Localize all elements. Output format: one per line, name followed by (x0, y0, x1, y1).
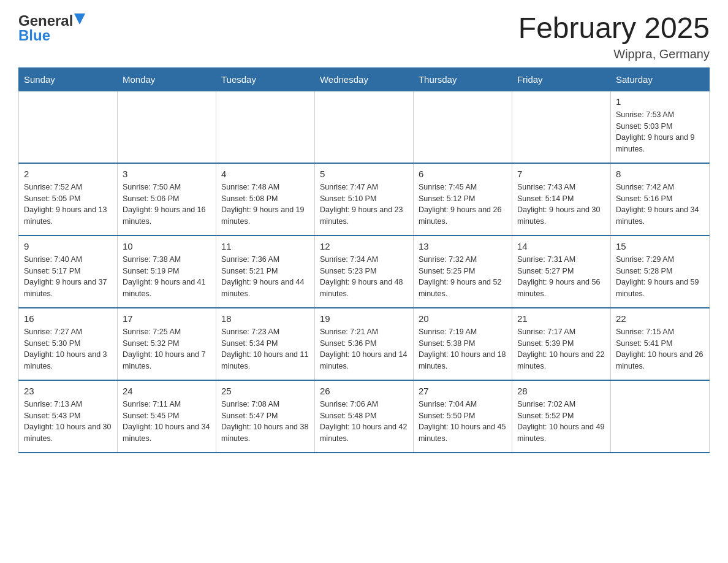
calendar-day: 22Sunrise: 7:15 AMSunset: 5:41 PMDayligh… (610, 308, 709, 380)
day-number: 22 (616, 313, 704, 324)
calendar-day: 6Sunrise: 7:45 AMSunset: 5:12 PMDaylight… (413, 163, 512, 236)
day-info: Sunrise: 7:17 AMSunset: 5:39 PMDaylight:… (517, 326, 605, 372)
col-tuesday: Tuesday (216, 67, 314, 91)
calendar-day: 3Sunrise: 7:50 AMSunset: 5:06 PMDaylight… (117, 163, 216, 236)
calendar-week-3: 9Sunrise: 7:40 AMSunset: 5:17 PMDaylight… (19, 236, 710, 308)
col-sunday: Sunday (19, 67, 118, 91)
calendar-day: 15Sunrise: 7:29 AMSunset: 5:28 PMDayligh… (610, 236, 709, 308)
calendar-day: 27Sunrise: 7:04 AMSunset: 5:50 PMDayligh… (413, 380, 512, 453)
calendar-day: 21Sunrise: 7:17 AMSunset: 5:39 PMDayligh… (512, 308, 610, 380)
calendar-day: 10Sunrise: 7:38 AMSunset: 5:19 PMDayligh… (117, 236, 216, 308)
calendar-day: 13Sunrise: 7:32 AMSunset: 5:25 PMDayligh… (413, 236, 512, 308)
calendar-day: 28Sunrise: 7:02 AMSunset: 5:52 PMDayligh… (512, 380, 610, 453)
col-saturday: Saturday (610, 67, 709, 91)
calendar-day (117, 91, 216, 163)
day-info: Sunrise: 7:36 AMSunset: 5:21 PMDaylight:… (221, 254, 309, 300)
day-info: Sunrise: 7:32 AMSunset: 5:25 PMDaylight:… (419, 254, 507, 300)
calendar-day (216, 91, 314, 163)
calendar-day (19, 91, 118, 163)
logo-blue-text: Blue (18, 27, 50, 44)
day-number: 9 (24, 241, 112, 251)
day-number: 25 (221, 386, 309, 396)
day-info: Sunrise: 7:04 AMSunset: 5:50 PMDaylight:… (419, 399, 507, 445)
day-info: Sunrise: 7:15 AMSunset: 5:41 PMDaylight:… (616, 326, 704, 372)
calendar-day: 18Sunrise: 7:23 AMSunset: 5:34 PMDayligh… (216, 308, 314, 380)
day-info: Sunrise: 7:23 AMSunset: 5:34 PMDaylight:… (221, 326, 309, 372)
calendar-day: 20Sunrise: 7:19 AMSunset: 5:38 PMDayligh… (413, 308, 512, 380)
calendar-day (610, 380, 709, 453)
col-thursday: Thursday (413, 67, 512, 91)
day-info: Sunrise: 7:38 AMSunset: 5:19 PMDaylight:… (123, 254, 211, 300)
day-number: 21 (517, 313, 605, 324)
day-number: 4 (221, 169, 309, 179)
calendar-header-row: Sunday Monday Tuesday Wednesday Thursday… (19, 67, 710, 91)
day-number: 3 (123, 169, 211, 179)
calendar-table: Sunday Monday Tuesday Wednesday Thursday… (18, 67, 710, 453)
day-number: 7 (517, 169, 605, 179)
day-info: Sunrise: 7:06 AMSunset: 5:48 PMDaylight:… (320, 399, 408, 445)
calendar-title: February 2025 (518, 12, 710, 45)
day-info: Sunrise: 7:27 AMSunset: 5:30 PMDaylight:… (24, 326, 112, 372)
calendar-day: 16Sunrise: 7:27 AMSunset: 5:30 PMDayligh… (19, 308, 118, 380)
calendar-day: 14Sunrise: 7:31 AMSunset: 5:27 PMDayligh… (512, 236, 610, 308)
day-number: 13 (419, 241, 507, 251)
day-info: Sunrise: 7:48 AMSunset: 5:08 PMDaylight:… (221, 182, 309, 228)
day-number: 15 (616, 241, 704, 251)
day-info: Sunrise: 7:42 AMSunset: 5:16 PMDaylight:… (616, 182, 704, 228)
day-number: 23 (24, 386, 112, 396)
calendar-day (314, 91, 413, 163)
day-number: 6 (419, 169, 507, 179)
day-number: 24 (123, 386, 211, 396)
day-info: Sunrise: 7:53 AMSunset: 5:03 PMDaylight:… (616, 109, 704, 155)
day-info: Sunrise: 7:19 AMSunset: 5:38 PMDaylight:… (419, 326, 507, 372)
calendar-subtitle: Wippra, Germany (518, 47, 710, 61)
day-number: 11 (221, 241, 309, 251)
day-number: 5 (320, 169, 408, 179)
calendar-day: 7Sunrise: 7:43 AMSunset: 5:14 PMDaylight… (512, 163, 610, 236)
calendar-week-4: 16Sunrise: 7:27 AMSunset: 5:30 PMDayligh… (19, 308, 710, 380)
day-number: 8 (616, 169, 704, 179)
day-number: 16 (24, 313, 112, 324)
day-info: Sunrise: 7:40 AMSunset: 5:17 PMDaylight:… (24, 254, 112, 300)
day-info: Sunrise: 7:47 AMSunset: 5:10 PMDaylight:… (320, 182, 408, 228)
day-number: 20 (419, 313, 507, 324)
calendar-day: 17Sunrise: 7:25 AMSunset: 5:32 PMDayligh… (117, 308, 216, 380)
day-info: Sunrise: 7:02 AMSunset: 5:52 PMDaylight:… (517, 399, 605, 445)
calendar-day: 4Sunrise: 7:48 AMSunset: 5:08 PMDaylight… (216, 163, 314, 236)
day-number: 27 (419, 386, 507, 396)
calendar-day (512, 91, 610, 163)
day-number: 26 (320, 386, 408, 396)
day-info: Sunrise: 7:34 AMSunset: 5:23 PMDaylight:… (320, 254, 408, 300)
svg-marker-0 (74, 13, 85, 25)
logo-triangle-icon (74, 13, 85, 25)
calendar-week-2: 2Sunrise: 7:52 AMSunset: 5:05 PMDaylight… (19, 163, 710, 236)
day-info: Sunrise: 7:25 AMSunset: 5:32 PMDaylight:… (123, 326, 211, 372)
logo: General Blue (18, 12, 85, 44)
day-info: Sunrise: 7:43 AMSunset: 5:14 PMDaylight:… (517, 182, 605, 228)
day-info: Sunrise: 7:45 AMSunset: 5:12 PMDaylight:… (419, 182, 507, 228)
day-info: Sunrise: 7:08 AMSunset: 5:47 PMDaylight:… (221, 399, 309, 445)
day-info: Sunrise: 7:52 AMSunset: 5:05 PMDaylight:… (24, 182, 112, 228)
day-number: 1 (616, 96, 704, 107)
col-monday: Monday (117, 67, 216, 91)
day-number: 10 (123, 241, 211, 251)
day-number: 14 (517, 241, 605, 251)
title-block: February 2025 Wippra, Germany (518, 12, 710, 61)
page-header: General Blue February 2025 Wippra, Germa… (18, 12, 710, 61)
calendar-day: 12Sunrise: 7:34 AMSunset: 5:23 PMDayligh… (314, 236, 413, 308)
day-number: 17 (123, 313, 211, 324)
day-info: Sunrise: 7:31 AMSunset: 5:27 PMDaylight:… (517, 254, 605, 300)
day-number: 12 (320, 241, 408, 251)
calendar-day: 25Sunrise: 7:08 AMSunset: 5:47 PMDayligh… (216, 380, 314, 453)
calendar-day: 11Sunrise: 7:36 AMSunset: 5:21 PMDayligh… (216, 236, 314, 308)
calendar-day: 5Sunrise: 7:47 AMSunset: 5:10 PMDaylight… (314, 163, 413, 236)
calendar-day: 9Sunrise: 7:40 AMSunset: 5:17 PMDaylight… (19, 236, 118, 308)
calendar-day: 2Sunrise: 7:52 AMSunset: 5:05 PMDaylight… (19, 163, 118, 236)
day-info: Sunrise: 7:29 AMSunset: 5:28 PMDaylight:… (616, 254, 704, 300)
calendar-day: 23Sunrise: 7:13 AMSunset: 5:43 PMDayligh… (19, 380, 118, 453)
day-number: 18 (221, 313, 309, 324)
day-info: Sunrise: 7:11 AMSunset: 5:45 PMDaylight:… (123, 399, 211, 445)
col-friday: Friday (512, 67, 610, 91)
calendar-day (413, 91, 512, 163)
day-number: 2 (24, 169, 112, 179)
